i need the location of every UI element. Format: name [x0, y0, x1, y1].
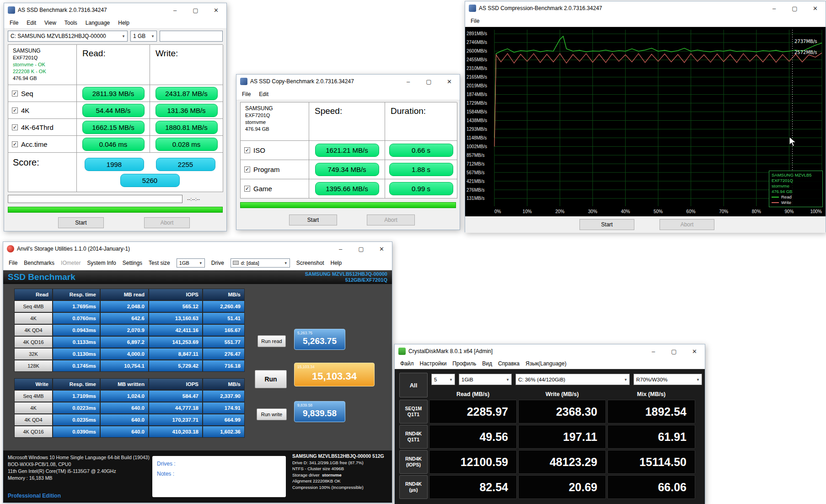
menu-settings[interactable]: Настройки: [420, 360, 447, 367]
menu-edit[interactable]: Edit: [259, 91, 268, 97]
row-label: 4K: [14, 402, 53, 414]
close-icon[interactable]: ✕: [371, 242, 392, 256]
iso-checkbox[interactable]: ✓: [244, 147, 250, 153]
start-button[interactable]: Start: [579, 219, 634, 230]
chevron-down-icon: ▾: [447, 377, 455, 382]
cell-value: 42,411.16: [149, 324, 203, 336]
menu-language[interactable]: Язык(Language): [526, 360, 566, 367]
rnd4k-q1t1-button[interactable]: RND4KQ1T1: [399, 425, 428, 449]
maximize-icon[interactable]: ▢: [664, 344, 684, 358]
device-firmware: EXF7201Q: [13, 54, 38, 61]
menu-file[interactable]: File: [471, 18, 479, 24]
menu-iometer[interactable]: IOmeter: [61, 260, 80, 266]
seq1m-write-value: 2368.30: [518, 400, 606, 424]
close-icon[interactable]: ✕: [805, 1, 826, 15]
minimize-icon[interactable]: –: [165, 3, 185, 17]
cell-value: 170,237.71: [149, 414, 203, 426]
svg-text:2165MB/s: 2165MB/s: [467, 75, 487, 80]
chevron-down-icon: ▾: [149, 34, 156, 38]
rnd4k-latency-button[interactable]: RND4K(µs): [399, 475, 428, 499]
cell-value: 1,024.0: [100, 390, 149, 402]
menu-edit[interactable]: Edit: [27, 20, 36, 26]
svg-text:1584MB/s: 1584MB/s: [467, 109, 487, 114]
run-read-button[interactable]: Run read: [257, 335, 286, 347]
acctime-checkbox[interactable]: ✓: [12, 141, 18, 147]
abort-button[interactable]: Abort: [367, 214, 415, 225]
test-size-select[interactable]: 1GiB ▾: [459, 374, 512, 385]
svg-text:2746MB/s: 2746MB/s: [467, 40, 487, 45]
start-button[interactable]: Start: [289, 214, 337, 225]
test-count-select[interactable]: 5 ▾: [431, 374, 455, 385]
menu-file[interactable]: File: [242, 91, 251, 97]
row-game: ✓Game: [241, 179, 309, 198]
menu-file[interactable]: Файл: [400, 360, 414, 367]
menu-help[interactable]: Help: [331, 260, 342, 266]
notes-box[interactable]: Drives : Notes :: [152, 456, 286, 497]
seq1m-q1t1-button[interactable]: SEQ1MQ1T1: [399, 400, 428, 424]
minimize-icon[interactable]: –: [398, 75, 418, 88]
cell-value: 640.0: [100, 414, 149, 426]
4k-checkbox[interactable]: ✓: [12, 107, 18, 113]
drive-select[interactable]: C: SAMSUNG MZVLB512HBJQ-00000 ▾: [8, 31, 128, 42]
close-icon[interactable]: ✕: [684, 344, 705, 358]
4k64-write-value: 1880.81 MB/s: [156, 121, 218, 134]
menubar: Файл Настройки Профиль Вид Справка Язык(…: [395, 358, 705, 369]
maximize-icon[interactable]: ▢: [185, 3, 206, 17]
close-icon[interactable]: ✕: [206, 3, 226, 17]
cell-value: 664.99: [203, 414, 245, 426]
mix-ratio-select[interactable]: R70%/W30% ▾: [633, 374, 702, 385]
compression-benchmark-window: AS SSD Compression-Benchmark 2.0.7316.34…: [465, 1, 826, 232]
menu-settings[interactable]: Settings: [123, 260, 142, 266]
rnd4k-iops-button[interactable]: RND4K(IOPS): [399, 450, 428, 474]
maximize-icon[interactable]: ▢: [784, 1, 805, 15]
row-label: 4K QD4: [14, 324, 53, 336]
run-button[interactable]: Run: [255, 370, 287, 388]
menu-view[interactable]: View: [44, 20, 56, 26]
run-write-button[interactable]: Run write: [257, 408, 287, 420]
target-drive-select[interactable]: C: 36% (44/120GiB) ▾: [515, 374, 630, 385]
menu-profile[interactable]: Профиль: [452, 360, 476, 367]
notes-label: Notes :: [157, 469, 281, 479]
menu-file[interactable]: File: [9, 260, 17, 266]
rnd4k-read-value: 49.56: [429, 425, 517, 449]
svg-text:857MB/s: 857MB/s: [467, 153, 484, 158]
seq-read-cell: 2811.93 MB/s: [77, 85, 150, 102]
svg-text:10%: 10%: [523, 209, 532, 214]
titlebar: AS SSD Compression-Benchmark 2.0.7316.34…: [465, 1, 826, 15]
window-title: AS SSD Benchmark 2.0.7316.34247: [18, 7, 107, 13]
minimize-icon[interactable]: –: [330, 242, 351, 256]
svg-text:1002MB/s: 1002MB/s: [467, 144, 487, 149]
program-checkbox[interactable]: ✓: [244, 166, 250, 172]
row-4k64thrd: ✓4K-64Thrd: [8, 119, 77, 136]
menu-file[interactable]: File: [10, 20, 18, 26]
start-button[interactable]: Start: [58, 217, 104, 228]
menu-help[interactable]: Справка: [498, 360, 520, 367]
comment-input[interactable]: [160, 31, 223, 42]
menu-tools[interactable]: Tools: [64, 20, 77, 26]
4k64-checkbox[interactable]: ✓: [12, 124, 18, 130]
acctime-read-cell: 0.046 ms: [77, 136, 150, 153]
menu-system-info[interactable]: System Info: [87, 260, 116, 266]
menu-help[interactable]: Help: [118, 20, 129, 26]
drive-select[interactable]: d: [data] ▾: [231, 258, 290, 268]
device-header: SAMSUNG MZVLB512HBJQ-00000 512GB/EXF7201…: [305, 271, 387, 283]
test-size-select[interactable]: 1GB ▾: [177, 258, 205, 268]
game-checkbox[interactable]: ✓: [244, 186, 250, 192]
close-icon[interactable]: ✕: [439, 75, 460, 88]
maximize-icon[interactable]: ▢: [418, 75, 439, 88]
abort-button[interactable]: Abort: [144, 217, 190, 228]
test-size-select[interactable]: 1 GB ▾: [130, 31, 157, 42]
minimize-icon[interactable]: –: [764, 1, 784, 15]
menu-benchmarks[interactable]: Benchmarks: [24, 260, 54, 266]
seq-checkbox[interactable]: ✓: [12, 91, 18, 97]
cell-value: 0.1745ms: [53, 360, 100, 372]
menu-view[interactable]: Вид: [482, 360, 492, 367]
rnd4k-iops-read-value: 12100.59: [429, 450, 517, 474]
menu-screenshot[interactable]: Screenshot: [296, 260, 324, 266]
abort-button[interactable]: Abort: [660, 219, 714, 230]
4k-read-cell: 54.44 MB/s: [77, 102, 150, 119]
maximize-icon[interactable]: ▢: [351, 242, 371, 256]
svg-text:70%: 70%: [719, 209, 728, 214]
minimize-icon[interactable]: –: [643, 344, 664, 358]
menu-language[interactable]: Language: [86, 20, 110, 26]
